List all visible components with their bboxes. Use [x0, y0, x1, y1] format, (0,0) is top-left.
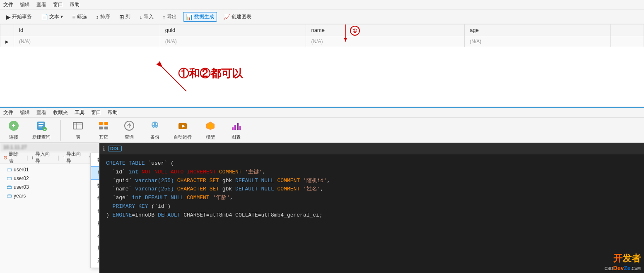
main-content: 10.1.11.27 ⊖ 删除表 | ↓ 导入向导 | ↑ 导出向导 🔍 [0, 143, 644, 273]
create-chart-label: 创建图表 [232, 13, 251, 20]
backup-icon [149, 120, 161, 133]
svg-point-23 [156, 123, 157, 125]
table-tool[interactable]: 表 [68, 118, 88, 142]
annotation-text: ①和②都可以 [178, 66, 243, 81]
table-row[interactable]: ▶ (N/A) (N/A) (N/A) (N/A) [0, 36, 644, 47]
sql-line-1: CREATE TABLE `user` ( [106, 159, 637, 168]
query-tool[interactable]: 查询 [119, 118, 140, 142]
sidebar-item-user03[interactable]: 🗃 user03 [0, 183, 99, 191]
watermark-dev: 开发者 [613, 252, 641, 265]
cell-age: (N/A) [465, 36, 611, 47]
watermark-dev-text: 发者 [622, 253, 641, 263]
sidebar-item-user02[interactable]: 🗃 user02 [0, 174, 99, 183]
db-icon-user02: 🗃 [7, 175, 12, 181]
other-tool[interactable]: 其它 [93, 118, 114, 142]
autorun-tool[interactable]: 自动运行 [170, 118, 195, 142]
connect-tool[interactable]: + 连接 [3, 118, 24, 142]
btm-menu-tools[interactable]: 工具 [75, 109, 84, 116]
menu-view[interactable]: 查看 [36, 1, 46, 8]
sidebar-item-years[interactable]: 🗃 years [0, 191, 99, 200]
columns-button[interactable]: ⊞ 列 [116, 12, 133, 22]
col-age: age [465, 24, 611, 36]
import-button[interactable]: ↓ 导入 [137, 12, 157, 22]
svg-line-3 [162, 66, 186, 91]
left-sidebar: 10.1.11.27 ⊖ 删除表 | ↓ 导入向导 | ↑ 导出向导 🔍 [0, 143, 99, 273]
sidebar-label-user03: user03 [14, 184, 29, 190]
sort-button[interactable]: ↕ 排序 [93, 12, 113, 22]
svg-rect-12 [73, 122, 82, 129]
watermark-open-icon: 开 [613, 253, 622, 263]
bottom-toolbar: + 连接 + 新建查询 [0, 118, 644, 143]
filter-icon: ≡ [72, 14, 75, 20]
begin-transaction-button[interactable]: ▶ 开始事务 [3, 12, 35, 22]
menu-edit[interactable]: 编辑 [20, 1, 30, 8]
export-label: 导出 [167, 13, 177, 20]
new-query-tool[interactable]: + 新建查询 [29, 118, 54, 142]
other-icon [98, 120, 109, 133]
dropdown-history-log[interactable]: 历史日志... Ctrl+L [91, 242, 99, 254]
export-wizard-btn[interactable]: ↑ 导出向导 [63, 151, 86, 165]
cell-id: (N/A) [14, 36, 160, 47]
dropdown-command-line[interactable]: 命令列界面... F6 [91, 205, 99, 217]
filter-button[interactable]: ≡ 筛选 [69, 12, 89, 22]
model-icon [205, 120, 216, 133]
dropdown-find-in-db[interactable]: 在数据库或模式中查找... [91, 229, 99, 242]
autorun-label: 自动运行 [174, 134, 192, 140]
table-sub-bar: ⊖ 删除表 | ↓ 导入向导 | ↑ 导出向导 🔍 [0, 152, 99, 163]
menu-help[interactable]: 帮助 [70, 1, 80, 8]
begin-transaction-icon: ▶ [6, 14, 11, 20]
connect-icon: + [8, 120, 19, 133]
btm-menu-window[interactable]: 窗口 [91, 109, 101, 116]
chart-tool[interactable]: 图表 [226, 118, 246, 142]
annotation-arrow2-svg [153, 58, 236, 108]
export-button[interactable]: ↑ 导出 [160, 12, 180, 22]
sql-content[interactable]: CREATE TABLE `user` ( `id` int NOT NULL … [99, 154, 644, 273]
data-generate-button[interactable]: 📊 数据生成 [183, 12, 217, 22]
table-icon [72, 120, 84, 133]
col-guid: guid [160, 24, 306, 36]
bottom-section: 文件 编辑 查看 收藏夹 工具 窗口 帮助 + 连接 [0, 107, 644, 273]
btm-menu-help[interactable]: 帮助 [108, 109, 118, 116]
dropdown-structure-sync[interactable]: 结构同步... [91, 192, 99, 205]
dropdown-data-generate[interactable]: 数据生成... [91, 166, 99, 180]
model-tool[interactable]: 模型 [200, 118, 221, 142]
import-wizard-btn[interactable]: ↓ 导入向导 [31, 151, 55, 165]
svg-rect-31 [239, 126, 241, 130]
svg-text:+: + [44, 128, 46, 132]
watermark-url: CSDDevZe.CoM [604, 265, 641, 271]
chart-icon [230, 120, 242, 133]
btm-menu-view[interactable]: 查看 [36, 109, 46, 116]
dropdown-data-transfer[interactable]: 数据传输... [91, 154, 99, 166]
new-query-icon: + [36, 120, 47, 133]
cell-guid: (N/A) [160, 36, 306, 47]
sidebar-item-user01[interactable]: 🗃 user01 [0, 165, 99, 174]
backup-tool[interactable]: 备份 [145, 118, 165, 142]
sidebar-label-user01: user01 [14, 167, 29, 173]
dropdown-options[interactable]: 选项... [91, 254, 99, 267]
sql-line-3: `guid` varchar(255) CHARACTER SET gbk DE… [106, 177, 637, 185]
sidebar-items: 🗃 user01 🗃 user02 🗃 user03 🗃 years [0, 163, 99, 202]
sql-line-2: `id` int NOT NULL AUTO_INCREMENT COMMENT… [106, 168, 637, 177]
delete-table-btn[interactable]: ⊖ 删除表 [3, 151, 23, 165]
bottom-menubar: 文件 编辑 查看 收藏夹 工具 窗口 帮助 [0, 108, 644, 118]
dropdown-server-monitor[interactable]: 服务器监控 ▶ [91, 217, 99, 229]
btm-menu-file[interactable]: 文件 [3, 109, 13, 116]
menu-window[interactable]: 窗口 [53, 1, 63, 8]
sql-editor-toolbar: ℹ DDL [99, 143, 644, 154]
text-button[interactable]: 📄 文本 ▾ [38, 12, 66, 22]
svg-rect-15 [99, 122, 103, 125]
btm-menu-favorites[interactable]: 收藏夹 [53, 109, 68, 116]
ip-address-bar: 10.1.11.27 [0, 143, 99, 152]
btm-menu-edit[interactable]: 编辑 [20, 109, 30, 116]
menu-file[interactable]: 文件 [3, 1, 13, 8]
sort-label: 排序 [100, 13, 110, 20]
svg-rect-8 [39, 125, 43, 126]
sub-bar-sep2: | [58, 154, 59, 161]
sidebar-label-years: years [14, 193, 26, 199]
create-chart-button[interactable]: 📈 创建图表 [220, 12, 254, 22]
import-wizard-icon: ↓ [31, 155, 34, 161]
toolbar-separator-1 [60, 120, 61, 141]
svg-point-22 [152, 123, 154, 125]
backup-label: 备份 [150, 134, 159, 140]
dropdown-data-sync[interactable]: 数据同步... [91, 180, 99, 192]
